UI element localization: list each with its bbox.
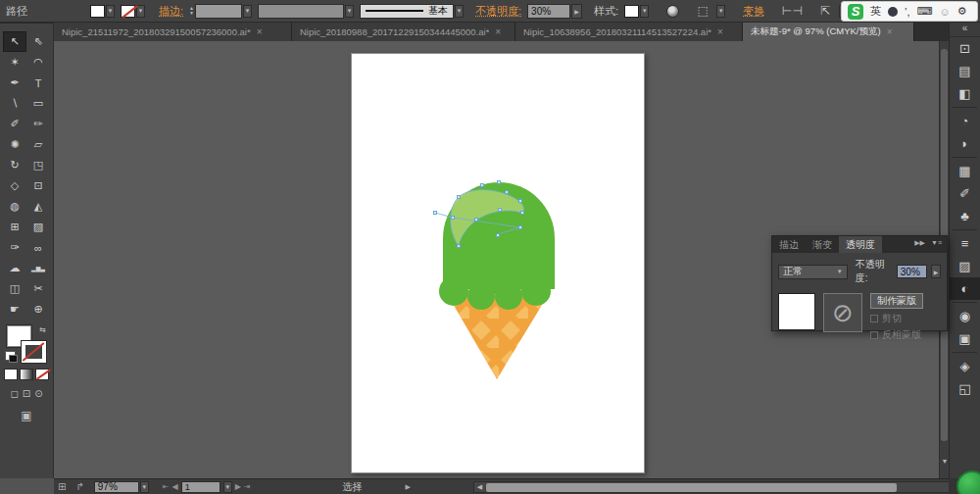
swatches-panel-icon[interactable]: ▦ bbox=[950, 160, 980, 182]
blend-mode-dropdown[interactable]: 正常 ▼ bbox=[778, 265, 848, 279]
transform-link[interactable]: 变换 bbox=[743, 4, 764, 19]
graphic-styles-panel-icon[interactable]: ▣ bbox=[950, 327, 980, 350]
color-mode-button[interactable] bbox=[4, 369, 18, 380]
default-fill-stroke-icon[interactable] bbox=[5, 351, 16, 361]
ime-punctuation-icon[interactable]: ’, bbox=[905, 6, 910, 18]
variable-width-profile[interactable]: ▼ bbox=[258, 4, 354, 19]
panel-collapse-icon[interactable]: ▶▶ bbox=[914, 239, 925, 253]
checkbox-icon[interactable] bbox=[870, 315, 878, 322]
width-profile-field[interactable] bbox=[258, 4, 344, 19]
fill-dropdown-icon[interactable]: ▼ bbox=[106, 5, 115, 18]
paintbrush-tool[interactable]: ✐ bbox=[3, 114, 26, 134]
eraser-tool[interactable]: ▱ bbox=[26, 134, 50, 155]
panel-opacity-arrow-icon[interactable]: ▶ bbox=[931, 265, 941, 278]
perspective-grid-tool[interactable]: ◭ bbox=[26, 196, 50, 217]
hand-tool[interactable]: ☛ bbox=[3, 299, 26, 320]
artboard-tool[interactable]: ◫ bbox=[3, 278, 26, 299]
fill-color-picker[interactable]: ▼ bbox=[90, 5, 115, 18]
next-artboard-icon[interactable]: ▶ bbox=[235, 482, 241, 491]
style-picker[interactable]: ▼ bbox=[624, 5, 649, 18]
selection-tool[interactable]: ↖ bbox=[3, 31, 26, 52]
clip-checkbox[interactable]: 剪切 bbox=[870, 312, 923, 325]
artboards-panel-icon[interactable]: ◱ bbox=[950, 377, 980, 400]
shape-builder-tool[interactable]: ◍ bbox=[3, 196, 26, 217]
panel-tab-transparency[interactable]: 透明度 bbox=[839, 236, 882, 253]
screen-mode-icon[interactable]: ▣ bbox=[0, 409, 53, 422]
preview-mode-icon[interactable]: ⊞ bbox=[58, 481, 66, 492]
zoom-level-field[interactable]: 97% bbox=[94, 481, 139, 493]
rotate-tool[interactable]: ↻ bbox=[3, 155, 26, 175]
stroke-proxy-swatch[interactable] bbox=[22, 341, 46, 363]
appearance-panel-icon[interactable]: ◉ bbox=[950, 305, 980, 327]
checkbox-icon[interactable] bbox=[870, 331, 878, 339]
zoom-tool[interactable]: ⊕ bbox=[26, 299, 50, 320]
prev-artboard-icon[interactable]: ◀ bbox=[172, 482, 177, 491]
lasso-tool[interactable]: ◠ bbox=[26, 52, 50, 73]
stroke-panel-link[interactable]: 描边: bbox=[159, 4, 183, 19]
color-panel-icon[interactable]: ◗ bbox=[950, 132, 980, 155]
object-thumbnail[interactable] bbox=[778, 293, 815, 330]
ime-fullwidth-icon[interactable] bbox=[888, 7, 898, 17]
stroke-weight-field[interactable] bbox=[195, 4, 242, 19]
last-artboard-icon[interactable]: ⇥ bbox=[244, 482, 251, 491]
navigator-panel-icon[interactable]: ◔ bbox=[950, 110, 980, 132]
opacity-arrow-icon[interactable]: ▶ bbox=[571, 4, 582, 19]
symbol-sprayer-tool[interactable]: ☁ bbox=[3, 258, 26, 278]
width-profile-dropdown-icon[interactable]: ▼ bbox=[345, 5, 354, 18]
mask-thumbnail[interactable]: ⊘ bbox=[823, 293, 862, 332]
tab-close-icon[interactable]: × bbox=[887, 26, 893, 37]
eyedropper-tool[interactable]: ✑ bbox=[3, 237, 26, 258]
none-mode-button[interactable] bbox=[35, 369, 49, 380]
magic-wand-tool[interactable]: ✶ bbox=[3, 52, 26, 73]
panel-menu-icon[interactable]: ▼≡ bbox=[931, 239, 942, 253]
free-transform-tool[interactable]: ⊡ bbox=[26, 175, 50, 196]
layers-panel-icon[interactable]: ◈ bbox=[950, 355, 980, 377]
first-artboard-icon[interactable]: ⇤ bbox=[163, 482, 170, 491]
artboard-dropdown-icon[interactable]: ▼ bbox=[223, 481, 232, 493]
artboard-number-field[interactable]: 1 bbox=[181, 481, 220, 493]
opacity-control[interactable]: 30% ▶ bbox=[527, 4, 582, 19]
blob-brush-tool[interactable]: ✺ bbox=[3, 134, 26, 155]
tab-close-icon[interactable]: × bbox=[495, 26, 501, 37]
select-similar-icon[interactable]: ⬚ bbox=[695, 4, 710, 18]
pen-tool[interactable]: ✒ bbox=[3, 73, 26, 93]
panel-opacity-field[interactable]: 30% bbox=[897, 265, 927, 278]
ime-language-toggle[interactable]: 英 bbox=[870, 4, 881, 19]
pathfinder-panel-icon[interactable]: ◧ bbox=[950, 82, 980, 105]
opacity-link[interactable]: 不透明度: bbox=[475, 4, 521, 19]
fill-swatch[interactable] bbox=[90, 5, 105, 18]
stroke-weight-stepper[interactable]: ▲▼ bbox=[189, 6, 194, 16]
gradient-tool[interactable]: ▨ bbox=[26, 217, 50, 237]
gradient-panel-icon[interactable]: ▨ bbox=[950, 255, 980, 277]
rectangle-tool[interactable]: ▭ bbox=[26, 93, 50, 114]
style-swatch[interactable] bbox=[624, 5, 639, 18]
panel-tab-gradient[interactable]: 渐变 bbox=[806, 236, 839, 253]
stroke-weight-dropdown-icon[interactable]: ▼ bbox=[243, 5, 252, 18]
stroke-color-picker[interactable]: ▼ bbox=[121, 5, 145, 18]
document-tab[interactable]: Nipic_10638956_20180321114513527224.ai* … bbox=[515, 23, 743, 41]
column-graph-tool[interactable]: ▂▆▃ bbox=[26, 258, 50, 278]
status-expand-icon[interactable]: ▶ bbox=[406, 483, 411, 491]
tab-close-icon[interactable]: × bbox=[257, 26, 263, 37]
document-tab[interactable]: Nipic_21511972_20180329150057236000.ai* … bbox=[54, 23, 292, 41]
stepper-down-icon[interactable]: ▼ bbox=[189, 11, 194, 16]
opacity-field[interactable]: 30% bbox=[527, 4, 570, 19]
width-tool[interactable]: ◇ bbox=[3, 175, 26, 196]
zoom-control[interactable]: 97% ▼ bbox=[94, 481, 149, 493]
horizontal-scrollbar-thumb[interactable] bbox=[486, 483, 897, 492]
mesh-tool[interactable]: ⊞ bbox=[3, 217, 26, 237]
recolor-artwork-icon[interactable] bbox=[666, 5, 679, 18]
draw-behind-mode-icon[interactable]: ⊡ bbox=[23, 388, 30, 399]
type-tool[interactable]: T bbox=[26, 73, 50, 93]
symbols-panel-icon[interactable]: ♣ bbox=[950, 205, 980, 227]
ime-keyboard-icon[interactable]: ⌨ bbox=[917, 5, 933, 18]
panel-tab-stroke[interactable]: 描边 bbox=[772, 236, 806, 253]
brush-definition-field[interactable]: 基本 bbox=[360, 4, 454, 19]
stroke-weight-control[interactable]: ▲▼ ▼ bbox=[189, 4, 252, 19]
artboard[interactable] bbox=[351, 53, 645, 473]
isolate-icon[interactable]: ⇱ bbox=[817, 4, 833, 18]
zoom-dropdown-icon[interactable]: ▼ bbox=[140, 481, 149, 493]
select-similar-dropdown-icon[interactable]: ▼ bbox=[716, 5, 725, 18]
dock-expand-icon[interactable]: « bbox=[950, 23, 980, 37]
invert-mask-checkbox[interactable]: 反相蒙版 bbox=[870, 328, 923, 342]
